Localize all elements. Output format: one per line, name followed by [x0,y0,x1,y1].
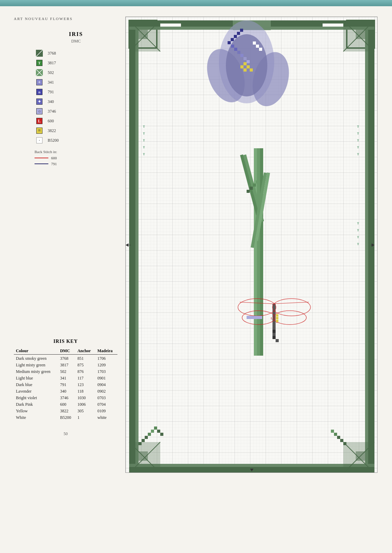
content-area: ART NOUVEAU FLOWERS IRIS DMC [0,6,392,553]
svg-text:T: T [357,125,359,128]
legend-row: · B5200 [35,137,117,144]
table-row: Dark blue7911230904 [14,382,117,388]
key-table: Colour DMC Anchor Madeira Dark smoky gre… [14,348,117,421]
key-title: IRIS KEY [14,339,117,344]
svg-rect-80 [237,51,240,54]
o-lavender-icon: ○ [36,108,42,114]
symbol-791: n [35,88,44,96]
table-row: Light blue3411170901 [14,375,117,382]
col-header-colour: Colour [14,348,58,355]
symbol-3822: = [35,127,44,134]
symbol-b5200: · [35,137,44,144]
svg-text:T: T [357,132,359,135]
svg-rect-126 [145,436,148,439]
svg-text:T: T [143,139,145,142]
legend-row: = 3822 [35,127,117,134]
svg-rect-82 [243,57,247,60]
T-green-icon: T [36,60,42,66]
left-border-strip [129,30,138,472]
svg-rect-46 [323,24,343,27]
svg-rect-85 [243,62,247,65]
legend-row: ✦ 340 [35,98,117,105]
svg-rect-49 [368,30,374,472]
chart-svg: L L [126,17,377,473]
svg-rect-128 [151,430,154,433]
legend-row: 3768 [35,49,117,57]
right-border-strip [365,30,374,472]
svg-text:T: T [143,132,145,135]
svg-rect-112 [253,316,256,319]
svg-rect-64 [138,451,148,461]
svg-rect-133 [340,439,343,442]
diagonal-dark-icon [36,50,43,57]
legend-row: + 341 [35,78,117,86]
svg-rect-90 [259,48,262,51]
svg-rect-81 [240,54,243,57]
svg-rect-119 [276,320,278,322]
dot-white-icon: · [36,137,42,143]
svg-rect-52 [129,464,374,467]
svg-rect-77 [240,29,243,32]
svg-rect-118 [276,317,278,319]
legend-code-502: 502 [48,70,54,75]
svg-rect-130 [157,430,160,433]
svg-rect-79 [234,48,237,51]
svg-text:T: T [357,229,359,232]
symbol-340: ✦ [35,98,44,105]
svg-rect-50 [365,30,368,472]
svg-rect-88 [243,68,247,72]
backstitch-section: Back Stitch in: 600 791 [35,150,117,166]
symbol-600: L [35,117,44,125]
backstitch-row-791: 791 [35,162,117,166]
symbol-341: + [35,78,44,86]
svg-rect-68 [356,451,365,461]
table-row: Yellow38223050109 [14,408,117,414]
legend-row: 502 [35,69,117,76]
table-row: Dark Pink60010060704 [14,401,117,408]
svg-rect-111 [250,316,253,319]
table-row: Dark smoky green37688511706 [14,355,117,362]
right-panel: L L [124,17,378,543]
svg-rect-110 [247,316,250,319]
table-row: Lavender3401180902 [14,388,117,395]
table-row: Light misty green38178751209 [14,362,117,368]
svg-rect-101 [253,184,256,187]
pattern-title: IRIS [35,31,117,37]
svg-text:T: T [143,125,145,128]
svg-rect-122 [273,336,276,339]
svg-rect-76 [237,32,240,35]
col-header-dmc: DMC [58,348,75,355]
svg-text:T: T [357,139,359,142]
eq-yellow-icon: = [36,128,42,134]
col-header-madeira: Madeira [95,348,117,355]
backstitch-row-600: 600 [35,156,117,160]
backstitch-line-791 [35,163,48,164]
top-left-corner-detail [129,20,160,51]
backstitch-code-600: 600 [51,156,57,160]
svg-rect-124 [138,442,142,445]
svg-rect-47 [129,30,135,472]
bottom-left-corner-detail [129,442,160,473]
svg-text:T: T [357,243,359,246]
svg-text:T: T [357,236,359,239]
top-bar [0,0,392,6]
svg-rect-135 [334,433,337,436]
svg-rect-129 [154,427,157,430]
legend-row: T 3817 [35,59,117,67]
svg-rect-99 [247,190,250,193]
L-red-icon: L [36,118,42,124]
legend-code-600: 600 [48,119,54,124]
svg-rect-86 [247,65,250,68]
svg-rect-74 [231,38,234,41]
svg-rect-44 [160,24,181,27]
svg-rect-91 [253,41,256,45]
symbol-3746: ○ [35,107,44,115]
legend-code-341: 341 [48,80,54,85]
book-title: ART NOUVEAU FLOWERS [14,17,117,21]
svg-rect-117 [276,314,278,317]
svg-rect-120 [273,330,276,333]
col-header-anchor: Anchor [75,348,95,355]
svg-rect-125 [142,439,145,442]
svg-rect-113 [256,316,259,319]
svg-rect-100 [250,187,253,190]
